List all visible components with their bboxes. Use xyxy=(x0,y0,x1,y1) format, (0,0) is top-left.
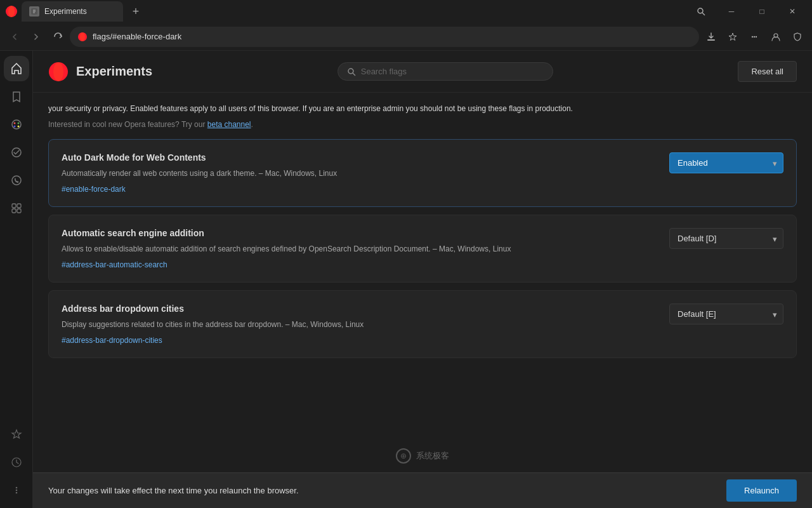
watermark-icon: ⊕ xyxy=(396,448,411,464)
svg-point-29 xyxy=(15,492,17,494)
flag-desc-1: Automatically render all web contents us… xyxy=(62,168,659,179)
sidebar-item-themes[interactable] xyxy=(4,112,29,137)
nav-right-icons xyxy=(702,27,807,46)
flag-card-address-bar-automatic-search: Automatic search engine addition Allows … xyxy=(48,215,797,283)
reset-all-button[interactable]: Reset all xyxy=(738,61,797,82)
search-title-button[interactable] xyxy=(686,1,716,22)
flag-desc-2: Allows to enable/disable automatic addit… xyxy=(62,243,659,255)
svg-point-6 xyxy=(698,8,703,13)
svg-point-21 xyxy=(12,176,21,185)
svg-rect-25 xyxy=(17,209,21,213)
shield-button[interactable] xyxy=(788,27,807,46)
flag-title-3: Address bar dropdown cities xyxy=(62,304,659,314)
flag-select-2[interactable]: Default [D] Enabled Disabled xyxy=(669,228,783,249)
opera-small-logo xyxy=(77,32,88,42)
svg-point-13 xyxy=(756,36,757,37)
experiments-logo xyxy=(48,62,69,82)
main-layout: Experiments Reset all your security or p… xyxy=(0,51,812,508)
flag-select-wrapper-2: Default [D] Enabled Disabled xyxy=(669,228,783,249)
svg-rect-22 xyxy=(12,204,16,208)
new-tab-button[interactable]: + xyxy=(127,3,145,20)
bottom-bar: Your changes will take effect the next t… xyxy=(33,472,812,508)
flag-link-2[interactable]: #address-bar-automatic-search xyxy=(62,260,167,269)
flag-card-enable-force-dark: Auto Dark Mode for Web Contents Automati… xyxy=(48,139,797,207)
svg-point-9 xyxy=(80,32,85,41)
flag-control-3: Default [E] Enabled Disabled xyxy=(669,304,783,324)
sidebar-item-favorites[interactable] xyxy=(4,422,29,447)
sidebar-item-history[interactable] xyxy=(4,450,29,475)
svg-line-33 xyxy=(353,73,355,76)
menu-button[interactable] xyxy=(745,27,764,46)
close-button[interactable]: ✕ xyxy=(778,1,807,22)
svg-rect-23 xyxy=(17,204,21,208)
tab-label: Experiments xyxy=(44,7,87,16)
bottom-bar-message: Your changes will take effect the next t… xyxy=(48,486,299,495)
svg-point-31 xyxy=(53,62,63,81)
svg-point-11 xyxy=(752,36,753,37)
download-button[interactable] xyxy=(702,27,721,46)
svg-point-32 xyxy=(348,69,353,74)
sidebar-item-bookmarks[interactable] xyxy=(4,84,29,109)
opera-icon xyxy=(5,5,18,18)
address-bar[interactable]: flags/#enable-force-dark xyxy=(70,27,699,47)
address-text: flags/#enable-force-dark xyxy=(93,32,691,41)
flag-select-wrapper-1: Default Enabled Disabled xyxy=(669,152,783,173)
back-button[interactable] xyxy=(5,27,24,46)
svg-point-19 xyxy=(17,126,19,128)
tab-experiments[interactable]: Experiments xyxy=(22,1,123,22)
experiments-header: Experiments Reset all xyxy=(33,51,812,93)
sidebar-item-more[interactable] xyxy=(4,478,29,503)
svg-point-15 xyxy=(12,120,21,129)
flag-card-address-bar-dropdown-cities: Address bar dropdown cities Display sugg… xyxy=(48,290,797,358)
flag-info-2: Automatic search engine addition Allows … xyxy=(62,228,659,269)
sidebar-bottom xyxy=(4,422,29,503)
search-bar[interactable] xyxy=(337,62,553,81)
flag-control-2: Default [D] Enabled Disabled xyxy=(669,228,783,249)
interested-text: Interested in cool new Opera features? T… xyxy=(48,120,797,139)
flag-link-3[interactable]: #address-bar-dropdown-cities xyxy=(62,336,162,345)
sidebar-item-whatsapp[interactable] xyxy=(4,168,29,193)
minimize-button[interactable]: ─ xyxy=(717,1,746,22)
title-bar: Experiments + ─ □ ✕ xyxy=(0,0,812,23)
flag-title-2: Automatic search engine addition xyxy=(62,228,659,238)
svg-point-17 xyxy=(17,123,19,124)
beta-channel-link[interactable]: beta channel xyxy=(207,120,251,129)
watermark-text: 系统极客 xyxy=(416,450,449,462)
profile-button[interactable] xyxy=(766,27,785,46)
title-bar-actions: ─ □ ✕ xyxy=(686,1,807,22)
sidebar-item-home[interactable] xyxy=(4,56,29,81)
flags-content: your security or privacy. Enabled featur… xyxy=(33,93,812,508)
experiments-title: Experiments xyxy=(76,64,152,79)
svg-point-18 xyxy=(13,126,15,128)
svg-rect-24 xyxy=(12,209,16,213)
maximize-button[interactable]: □ xyxy=(747,1,776,22)
flag-info-1: Auto Dark Mode for Web Contents Automati… xyxy=(62,152,659,194)
svg-point-27 xyxy=(15,487,17,489)
flag-select-1[interactable]: Default Enabled Disabled xyxy=(669,152,783,173)
title-bar-left: Experiments + xyxy=(5,1,145,22)
relaunch-button[interactable]: Relaunch xyxy=(726,479,797,502)
svg-point-12 xyxy=(754,36,755,37)
refresh-button[interactable] xyxy=(48,27,67,46)
search-input[interactable] xyxy=(361,67,544,76)
flag-info-3: Address bar dropdown cities Display sugg… xyxy=(62,304,659,345)
svg-line-7 xyxy=(702,13,705,15)
warning-text: your security or privacy. Enabled featur… xyxy=(48,93,797,120)
svg-point-16 xyxy=(13,123,15,124)
sidebar-item-apps[interactable] xyxy=(4,196,29,221)
forward-button[interactable] xyxy=(27,27,46,46)
flag-select-wrapper-3: Default [E] Enabled Disabled xyxy=(669,304,783,324)
tab-icon xyxy=(29,6,39,17)
sidebar-item-messenger[interactable] xyxy=(4,140,29,165)
search-icon xyxy=(347,67,356,76)
svg-point-28 xyxy=(15,490,17,491)
nav-bar: flags/#enable-force-dark xyxy=(0,23,812,51)
flag-desc-3: Display suggestions related to cities in… xyxy=(62,319,659,330)
experiments-title-area: Experiments xyxy=(48,62,152,82)
flag-control-1: Default Enabled Disabled xyxy=(669,152,783,173)
flag-select-3[interactable]: Default [E] Enabled Disabled xyxy=(669,304,783,324)
svg-rect-10 xyxy=(707,39,715,41)
flag-link-1[interactable]: #enable-force-dark xyxy=(62,185,126,194)
favorites-button[interactable] xyxy=(723,27,742,46)
watermark: ⊕ 系统极客 xyxy=(396,448,449,464)
